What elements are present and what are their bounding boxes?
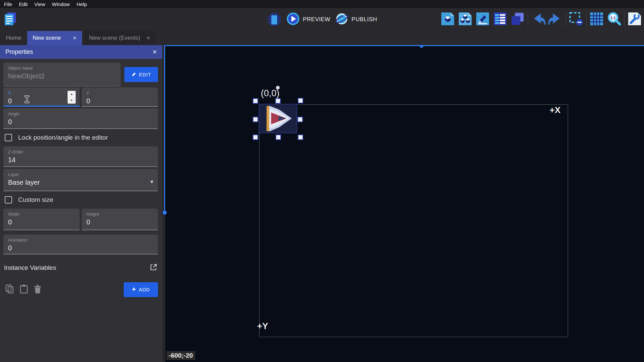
height-field[interactable]: Height 0 [82,209,158,230]
main-toolbar: PREVIEW PUBLISH [0,8,644,31]
menu-file[interactable]: File [1,0,15,8]
lock-position-checkbox[interactable] [5,134,12,141]
objects-editor-button[interactable] [440,12,455,27]
animation-field[interactable]: Animation 0 [3,234,158,254]
undo-button[interactable] [531,12,546,27]
tab-close-icon[interactable]: ✕ [146,35,150,41]
height-value: 0 [86,218,153,226]
trash-icon[interactable] [34,284,42,295]
x-position-field[interactable]: X 0 ▲ ▼ [3,87,80,107]
menu-view[interactable]: View [31,0,48,8]
chevron-down-icon[interactable]: ▾ [150,178,153,185]
angle-field[interactable]: Angle 0 [3,108,158,129]
project-manager-button[interactable] [3,12,17,27]
edit-object-button[interactable]: EDIT [124,67,158,82]
resize-handle-top-center[interactable] [275,98,281,104]
resize-handle-bottom-left[interactable] [253,135,258,140]
vertical-scroll-thumb[interactable] [163,211,167,215]
z-order-label: Z Order [8,149,153,154]
redo-arrow-icon [548,12,563,27]
toggle-grid-button[interactable] [589,12,604,27]
menu-help[interactable]: Help [73,0,90,8]
toolbar-divider [586,12,587,27]
tab-close-icon[interactable]: ✕ [73,35,77,41]
preview-label: PREVIEW [303,16,330,23]
tab-new-scene[interactable]: New scene ✕ [27,31,82,45]
wrench-page-icon [628,12,642,27]
x-axis-label: +X [550,105,561,115]
layer-select[interactable]: Layer Base layer ▾ [3,169,158,191]
copy-icon[interactable] [5,284,14,295]
publish-button[interactable]: PUBLISH [335,12,377,27]
object-groups-icon [458,12,472,27]
angle-field-label: Angle [8,111,153,116]
scene-editor-canvas[interactable]: (0,0) +X +Y -600;-20 [165,45,644,362]
tab-home[interactable]: Home [0,31,27,45]
close-panel-icon[interactable]: ✕ [153,49,157,55]
undo-arrow-icon [531,12,546,27]
x-field-label: X [8,90,75,96]
animation-label: Animation [8,238,153,243]
x-spinner[interactable]: ▲ ▼ [68,91,76,104]
selected-spaceship-sprite[interactable] [259,104,297,133]
horizontal-scroll-thumb[interactable] [419,45,424,48]
plus-icon: + [132,286,136,293]
instances-list-button[interactable] [493,12,508,27]
y-position-field[interactable]: Y 0 [82,87,158,107]
width-field[interactable]: Width 0 [3,209,80,230]
lock-position-label: Lock position/angle in the editor [18,134,108,141]
rotation-handle[interactable] [276,86,280,89]
origin-coordinates-label: (0,0) [261,88,280,99]
preview-button[interactable]: PREVIEW [286,12,330,27]
add-variable-button[interactable]: + ADD [124,282,158,297]
toolbar-divider [528,12,528,27]
scene-settings-button[interactable] [627,12,642,27]
resize-handle-middle-right[interactable] [297,117,303,122]
objects-cube-icon [441,12,455,27]
instance-variables-title: Instance Variables [4,264,56,272]
paste-icon[interactable] [19,284,28,295]
horizontal-scrollbar[interactable] [165,45,644,46]
angle-field-value: 0 [8,118,153,126]
debugger-chip-icon [267,12,281,27]
properties-editor-button[interactable] [475,12,490,27]
toggle-mask-button[interactable] [569,12,583,27]
open-in-new-icon[interactable] [150,263,157,272]
custom-size-checkbox[interactable] [5,196,12,204]
resize-handle-bottom-center[interactable] [276,135,281,140]
resize-handle-top-left[interactable] [253,98,258,104]
layers-icon [511,12,525,27]
resize-handle-bottom-right[interactable] [298,135,303,140]
tab-strip: Home New scene ✕ New scene (Events) ✕ [0,31,644,45]
y-field-value: 0 [86,97,153,105]
zoom-1to1-icon: 1:1 [607,11,621,28]
object-name-value: NewObject2 [8,72,116,80]
object-name-label: Object name [8,66,116,71]
layer-label: Layer [8,172,153,177]
spinner-up-icon[interactable]: ▲ [68,91,76,97]
redo-button[interactable] [548,12,563,27]
animation-value: 0 [8,244,153,252]
tab-new-scene-label: New scene [33,35,61,41]
menu-window[interactable]: Window [48,0,73,8]
custom-size-row: Custom size [5,195,158,205]
properties-panel-header: Properties ✕ [0,45,162,59]
object-groups-button[interactable] [458,12,473,27]
project-manager-icon [4,12,16,27]
zoom-original-button[interactable]: 1:1 [607,12,621,27]
object-name-field: Object name NewObject2 [3,63,121,86]
cursor-coordinates: -600;-20 [166,351,195,360]
spinner-down-icon[interactable]: ▼ [68,97,76,104]
z-order-field[interactable]: Z Order 14 [3,146,158,167]
tab-new-scene-events[interactable]: New scene (Events) ✕ [84,31,156,45]
vertical-scrollbar[interactable] [164,45,165,213]
debugger-button[interactable] [267,12,282,27]
resize-handle-middle-left[interactable] [253,117,258,122]
menu-edit[interactable]: Edit [15,0,31,8]
y-field-label: Y [86,90,153,96]
properties-pencil-icon [476,12,490,27]
layers-editor-button[interactable] [510,12,525,27]
resize-handle-top-right[interactable] [298,98,303,103]
x-field-value: 0 [8,97,75,105]
y-axis-label: +Y [257,321,268,331]
